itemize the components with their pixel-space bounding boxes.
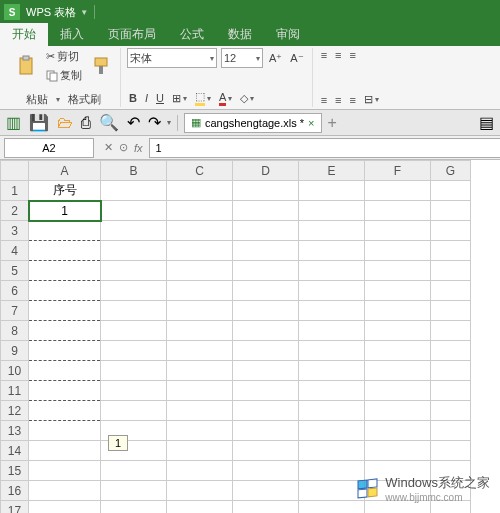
row-header-3[interactable]: 3 [1, 221, 29, 241]
cell[interactable] [29, 421, 101, 441]
formula-input[interactable]: 1 [149, 138, 500, 158]
row-header-7[interactable]: 7 [1, 301, 29, 321]
cell[interactable] [299, 181, 365, 201]
tab-layout[interactable]: 页面布局 [96, 23, 168, 46]
tab-data[interactable]: 数据 [216, 23, 264, 46]
row-header-9[interactable]: 9 [1, 341, 29, 361]
cell[interactable] [29, 341, 101, 361]
cell[interactable] [29, 221, 101, 241]
cell[interactable] [101, 401, 167, 421]
cell[interactable] [233, 381, 299, 401]
col-header-C[interactable]: C [167, 161, 233, 181]
bold-button[interactable]: B [127, 91, 139, 105]
paste-button[interactable] [12, 53, 40, 79]
chevron-down-icon[interactable]: ▼ [80, 8, 88, 17]
cell[interactable] [431, 401, 471, 421]
cell[interactable] [299, 421, 365, 441]
align-bottom-button[interactable]: ≡ [348, 48, 358, 62]
cell[interactable] [431, 321, 471, 341]
col-header-D[interactable]: D [233, 161, 299, 181]
cell[interactable] [431, 261, 471, 281]
row-header-15[interactable]: 15 [1, 461, 29, 481]
cell[interactable] [233, 241, 299, 261]
cell[interactable] [365, 301, 431, 321]
cell[interactable] [299, 501, 365, 514]
col-header-B[interactable]: B [101, 161, 167, 181]
decrease-font-button[interactable]: A⁻ [288, 51, 305, 66]
col-header-E[interactable]: E [299, 161, 365, 181]
cell[interactable] [29, 441, 101, 461]
tab-insert[interactable]: 插入 [48, 23, 96, 46]
cell[interactable] [365, 441, 431, 461]
cell[interactable] [299, 461, 365, 481]
tab-formula[interactable]: 公式 [168, 23, 216, 46]
align-left-button[interactable]: ≡ [319, 93, 329, 107]
tab-list-button[interactable]: ▤ [477, 112, 496, 133]
cell[interactable] [167, 261, 233, 281]
font-size-combo[interactable]: 12▾ [221, 48, 263, 68]
cell[interactable] [365, 261, 431, 281]
align-top-button[interactable]: ≡ [319, 48, 329, 62]
cell[interactable] [233, 261, 299, 281]
cell[interactable] [431, 241, 471, 261]
fill-color-button[interactable]: ⬚▾ [193, 89, 213, 107]
cell[interactable] [365, 381, 431, 401]
cell[interactable] [167, 241, 233, 261]
cell[interactable] [233, 481, 299, 501]
cell[interactable] [431, 221, 471, 241]
cell[interactable] [299, 201, 365, 221]
cell[interactable] [299, 241, 365, 261]
cell[interactable] [29, 361, 101, 381]
cell[interactable] [233, 301, 299, 321]
cell[interactable] [233, 221, 299, 241]
cell[interactable] [431, 181, 471, 201]
cell[interactable] [431, 201, 471, 221]
cell[interactable] [365, 221, 431, 241]
cell[interactable] [167, 421, 233, 441]
increase-font-button[interactable]: A⁺ [267, 51, 284, 66]
cell[interactable] [299, 261, 365, 281]
cell[interactable] [101, 481, 167, 501]
cell[interactable] [299, 221, 365, 241]
cell[interactable] [365, 281, 431, 301]
row-header-4[interactable]: 4 [1, 241, 29, 261]
cell[interactable] [29, 321, 101, 341]
cell[interactable] [167, 501, 233, 514]
cell[interactable] [29, 481, 101, 501]
cell[interactable] [365, 201, 431, 221]
cell[interactable] [101, 261, 167, 281]
cell[interactable] [167, 301, 233, 321]
cell[interactable] [299, 381, 365, 401]
cell[interactable] [29, 461, 101, 481]
cell[interactable] [167, 361, 233, 381]
cell[interactable] [101, 301, 167, 321]
cell[interactable] [167, 381, 233, 401]
col-header-G[interactable]: G [431, 161, 471, 181]
align-right-button[interactable]: ≡ [348, 93, 358, 107]
cell[interactable] [431, 381, 471, 401]
select-all-corner[interactable] [1, 161, 29, 181]
row-header-17[interactable]: 17 [1, 501, 29, 514]
copy-button[interactable]: 复制 [44, 67, 84, 84]
cell[interactable] [233, 501, 299, 514]
qat-save-button[interactable]: 💾 [27, 112, 51, 133]
cell[interactable] [233, 361, 299, 381]
row-header-16[interactable]: 16 [1, 481, 29, 501]
cell[interactable] [431, 341, 471, 361]
qat-preview-button[interactable]: 🔍 [97, 112, 121, 133]
qat-more-icon[interactable]: ▾ [167, 118, 171, 127]
cell[interactable] [233, 341, 299, 361]
cell-A2[interactable]: 1 [29, 201, 101, 221]
cell[interactable] [167, 181, 233, 201]
cell[interactable] [101, 201, 167, 221]
cell[interactable] [167, 401, 233, 421]
cell[interactable] [299, 321, 365, 341]
tab-start[interactable]: 开始 [0, 23, 48, 46]
name-box[interactable]: A2 [4, 138, 94, 158]
cell[interactable] [299, 281, 365, 301]
cell[interactable] [29, 281, 101, 301]
cell[interactable] [29, 381, 101, 401]
cell[interactable] [101, 341, 167, 361]
cell[interactable] [101, 181, 167, 201]
cell[interactable] [365, 361, 431, 381]
